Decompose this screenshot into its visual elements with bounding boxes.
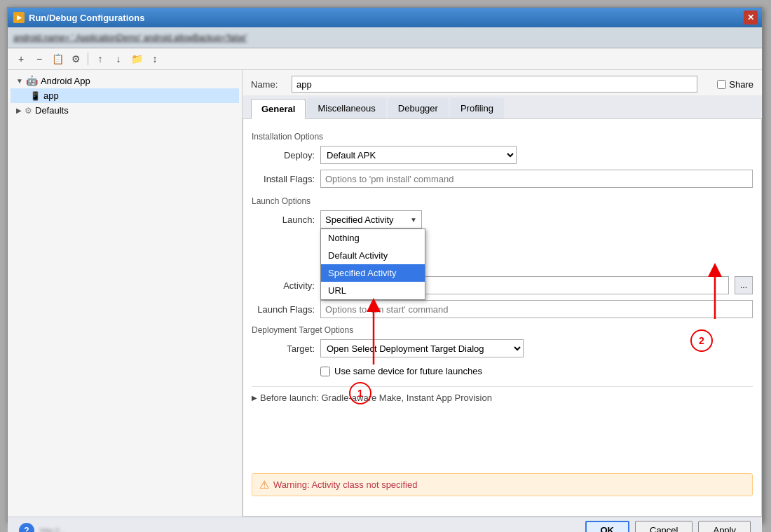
title-bar: ▶ Run/Debug Configurations ✕ bbox=[8, 8, 762, 27]
launch-option-nothing[interactable]: Nothing bbox=[321, 229, 425, 247]
tab-debugger[interactable]: Debugger bbox=[388, 98, 449, 118]
before-launch-label: Before launch: Gradle-aware Make, Instan… bbox=[260, 393, 492, 403]
launch-dropdown: Specified Activity ▼ Nothing Default Act… bbox=[320, 210, 422, 229]
tab-profiling[interactable]: Profiling bbox=[450, 98, 504, 118]
warning-text: Warning: Activity class not specified bbox=[273, 479, 417, 490]
before-launch-section: ▶ Before launch: Gradle-aware Make, Inst… bbox=[252, 386, 753, 403]
app-icon: 📱 bbox=[30, 91, 41, 101]
launch-flags-label: Launch Flags: bbox=[252, 304, 315, 315]
folder-button[interactable]: 📁 bbox=[129, 51, 144, 67]
red-arrow-1 bbox=[363, 294, 384, 371]
add-button[interactable]: + bbox=[13, 51, 29, 67]
launch-options-title: Launch Options bbox=[252, 196, 753, 206]
launch-dropdown-arrow: ▼ bbox=[410, 216, 417, 224]
launch-flags-input[interactable] bbox=[320, 300, 753, 318]
window-title: Run/Debug Configurations bbox=[29, 13, 756, 23]
same-device-checkbox[interactable] bbox=[320, 367, 330, 376]
window-icon: ▶ bbox=[13, 12, 25, 23]
tab-miscellaneous[interactable]: Miscellaneous bbox=[307, 98, 386, 118]
launch-option-default[interactable]: Default Activity bbox=[321, 247, 425, 264]
defaults-label: Defaults bbox=[35, 105, 69, 116]
sidebar-item-app[interactable]: 📱 app bbox=[11, 88, 239, 103]
deploy-label: Deploy: bbox=[252, 150, 315, 161]
annotation-circle-1: 1 bbox=[349, 382, 371, 404]
defaults-icon: ⚙ bbox=[25, 106, 32, 116]
edit-button[interactable]: ⚙ bbox=[68, 51, 83, 67]
cancel-button[interactable]: Cancel bbox=[635, 521, 692, 533]
ok-button[interactable]: OK bbox=[585, 521, 630, 533]
sidebar: ▼ 🤖 Android App 📱 app ▶ ⚙ Defaults bbox=[8, 70, 243, 517]
main-panel: Name: Share General Miscellaneous Debugg… bbox=[243, 70, 762, 517]
top-url-text: android.name= '.ApplicationDemo' android… bbox=[13, 33, 756, 43]
share-checkbox[interactable] bbox=[717, 80, 726, 89]
up-button[interactable]: ↑ bbox=[93, 51, 108, 67]
tabs-bar: General Miscellaneous Debugger Profiling bbox=[243, 95, 762, 119]
launch-dropdown-trigger[interactable]: Specified Activity ▼ bbox=[320, 210, 422, 229]
app-label: app bbox=[43, 90, 59, 101]
bottom-url: http://... bbox=[40, 526, 580, 533]
deployment-title: Deployment Target Options bbox=[252, 325, 753, 335]
warning-icon: ⚠ bbox=[259, 478, 269, 491]
activity-label: Activity: bbox=[252, 280, 315, 291]
expand-arrow: ▼ bbox=[16, 77, 23, 85]
name-input[interactable] bbox=[292, 76, 697, 93]
launch-dropdown-menu: Nothing Default Activity Specified Activ… bbox=[320, 229, 425, 300]
warning-row: ⚠ Warning: Activity class not specified bbox=[252, 473, 753, 496]
deploy-select[interactable]: Default APK APK from app bundle Nothing bbox=[320, 146, 517, 164]
share-label: Share bbox=[729, 79, 753, 90]
content-area: ▼ 🤖 Android App 📱 app ▶ ⚙ Defaults Name: bbox=[8, 70, 762, 517]
panel-body: Installation Options Deploy: Default APK… bbox=[243, 119, 762, 517]
sidebar-item-android-app[interactable]: ▼ 🤖 Android App bbox=[11, 73, 239, 88]
android-app-label: Android App bbox=[41, 76, 90, 86]
red-arrow-2 bbox=[704, 259, 725, 326]
launch-label: Launch: bbox=[252, 214, 315, 225]
main-window: ▶ Run/Debug Configurations ✕ android.nam… bbox=[7, 7, 763, 522]
help-button[interactable]: ? bbox=[19, 523, 34, 533]
apply-button[interactable]: Apply bbox=[698, 521, 751, 533]
before-launch-arrow: ▶ bbox=[252, 394, 257, 402]
launch-option-specified[interactable]: Specified Activity bbox=[321, 264, 425, 282]
deploy-row: Deploy: Default APK APK from app bundle … bbox=[252, 146, 753, 164]
tab-general[interactable]: General bbox=[251, 99, 306, 119]
same-device-label: Use same device for future launches bbox=[334, 366, 482, 376]
name-row: Name: Share bbox=[243, 70, 762, 95]
defaults-arrow: ▶ bbox=[16, 107, 22, 114]
install-flags-input[interactable] bbox=[320, 170, 753, 188]
down-button[interactable]: ↓ bbox=[111, 51, 126, 67]
launch-flags-row: Launch Flags: bbox=[252, 300, 753, 318]
install-flags-row: Install Flags: bbox=[252, 170, 753, 188]
target-label: Target: bbox=[252, 343, 315, 354]
launch-dropdown-value: Specified Activity bbox=[325, 214, 394, 225]
android-app-icon: 🤖 bbox=[26, 75, 38, 86]
name-label: Name: bbox=[251, 79, 286, 90]
sidebar-item-defaults[interactable]: ▶ ⚙ Defaults bbox=[11, 103, 239, 118]
activity-browse-button[interactable]: ... bbox=[735, 276, 753, 294]
same-device-row: Use same device for future launches bbox=[252, 363, 753, 379]
target-select[interactable]: Open Select Deployment Target Dialog USB… bbox=[320, 339, 524, 357]
installation-options-title: Installation Options bbox=[252, 132, 753, 142]
launch-row: Launch: Specified Activity ▼ Nothing Def… bbox=[252, 210, 753, 229]
copy-button[interactable]: 📋 bbox=[50, 51, 65, 67]
close-button[interactable]: ✕ bbox=[744, 11, 758, 25]
toolbar: + − 📋 ⚙ ↑ ↓ 📁 ↕ bbox=[8, 48, 762, 70]
target-row: Target: Open Select Deployment Target Di… bbox=[252, 339, 753, 357]
before-launch-title[interactable]: ▶ Before launch: Gradle-aware Make, Inst… bbox=[252, 393, 753, 403]
bottom-bar: ? http://... OK Cancel Apply bbox=[8, 517, 762, 532]
install-flags-label: Install Flags: bbox=[252, 174, 315, 184]
separator-1 bbox=[88, 53, 88, 65]
top-bar: android.name= '.ApplicationDemo' android… bbox=[8, 27, 762, 48]
remove-button[interactable]: − bbox=[32, 51, 47, 67]
sort-button[interactable]: ↕ bbox=[147, 51, 163, 67]
annotation-circle-2: 2 bbox=[690, 329, 713, 352]
